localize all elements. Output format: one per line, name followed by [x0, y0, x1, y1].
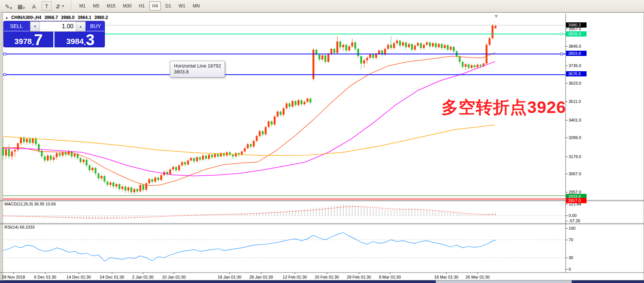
- text-label-tool[interactable]: A: [29, 1, 39, 10]
- price-tick-label: 3511.0: [569, 99, 595, 104]
- text-label-icon: A: [32, 4, 36, 10]
- price-tick-label: 3401.0: [569, 118, 595, 122]
- indicator-tick-mark: [566, 269, 568, 270]
- object-tooltip: Horizontal Line 18792 3803.8: [170, 61, 225, 78]
- price-tick-mark: [566, 174, 568, 174]
- arrows-icon: ⇵: [56, 4, 60, 10]
- pencil-icon-sub: E: [10, 6, 12, 10]
- text-box-icon: T: [45, 3, 48, 9]
- time-label: 2 Jan 01:30: [132, 275, 154, 279]
- volume-decrease-button[interactable]: ▼: [30, 22, 40, 31]
- time-label: 26 Mar 01:30: [466, 275, 490, 279]
- grid-icon: ▦: [18, 4, 23, 10]
- macd-axis-label: -57.26: [569, 218, 595, 223]
- price-badge-3926-0: 3926.0: [566, 31, 587, 37]
- price-tick-label: 3623.0: [569, 81, 595, 85]
- timeframe-row: M1M5M15M30H1H4D1W1MN: [76, 1, 204, 10]
- timeframe-m1[interactable]: M1: [76, 1, 89, 10]
- time-tick-mark: [295, 273, 295, 274]
- time-tick-mark: [143, 273, 143, 274]
- sell-button[interactable]: SELL: [4, 21, 29, 31]
- price-badge-3980-2: 3980.2: [566, 22, 587, 28]
- indicator-tick-mark: [566, 240, 568, 240]
- tooltip-title: Horizontal Line 18792: [174, 63, 221, 69]
- one-click-trade-panel: SELL ▼ ▲ BUY 3978.7 3984.3: [3, 21, 105, 47]
- time-tick-mark: [261, 273, 262, 274]
- buy-price-frac: 3: [86, 33, 94, 47]
- ohlc-high: 3986.0: [61, 15, 75, 20]
- buy-button[interactable]: BUY: [87, 21, 104, 31]
- time-tick-mark: [45, 273, 46, 274]
- volume-stepper: ▼ ▲: [30, 21, 86, 32]
- price-badge-3676-5: 3676.5: [566, 71, 587, 76]
- volume-increase-button[interactable]: ▲: [76, 22, 85, 31]
- price-tick-mark: [566, 157, 568, 157]
- ohlc-low: 3964.1: [78, 15, 91, 20]
- rsi-axis-label: 0: [569, 267, 595, 271]
- ohlc-open: 3966.7: [44, 15, 58, 20]
- price-tick-label: 3289.0: [569, 135, 595, 140]
- chart-symbol-title: CHINA300-,H4: [11, 15, 41, 20]
- chart-window: [0, 12, 644, 280]
- price-badge-2917-0: 2917.0: [566, 198, 587, 203]
- time-tick-mark: [390, 273, 390, 274]
- price-tick-mark: [566, 66, 568, 66]
- rsi-axis-label: 70: [569, 238, 595, 242]
- price-tick-mark: [566, 46, 568, 47]
- timeframe-w1[interactable]: W1: [176, 1, 188, 10]
- price-badge-3803-8: 3803.8: [566, 51, 587, 56]
- price-tick-mark: [566, 83, 568, 84]
- timeframe-h1[interactable]: H1: [136, 1, 148, 10]
- time-tick-mark: [359, 273, 359, 274]
- chart-title-row: ▲ CHINA300-,H4 3966.73986.03964.13980.2: [5, 15, 108, 20]
- indicator-tick-mark: [566, 228, 568, 229]
- time-label: 6 Dec 01:30: [34, 275, 56, 279]
- rsi-axis-label: 30: [569, 255, 595, 260]
- time-label: 18 Jan 01:30: [218, 275, 241, 279]
- timeframe-m15[interactable]: M15: [104, 1, 118, 10]
- price-tick-label: 3067.0: [569, 172, 595, 176]
- time-label: 24 Dec 01:30: [100, 275, 124, 279]
- buy-price-main: 3984: [66, 36, 84, 47]
- time-tick-mark: [446, 273, 447, 274]
- timeframe-h4[interactable]: H4: [149, 1, 161, 10]
- indicator-tick-mark: [566, 216, 568, 216]
- text-box-tool[interactable]: T: [42, 1, 51, 10]
- bottom-status-strip-light: [436, 280, 572, 283]
- toolbar: ✎ E ▦ F A T ⇵ ▼ M1M5M15M30H1H4D1W1MN: [0, 0, 644, 12]
- sell-price[interactable]: 3978.7: [4, 32, 54, 48]
- collapse-arrow-icon[interactable]: ▲: [5, 16, 8, 19]
- time-label: 20 Feb 01:30: [315, 275, 339, 279]
- time-tick-mark: [478, 273, 478, 274]
- rsi-axis-label: 100: [569, 226, 595, 230]
- time-tick-mark: [112, 273, 112, 274]
- time-tick-mark: [229, 273, 230, 274]
- chart-text-annotation: 多空转折点3926: [441, 96, 566, 119]
- price-tick-mark: [566, 138, 568, 138]
- sell-price-main: 3978: [15, 36, 32, 47]
- price-tick-label: 3845.0: [569, 44, 595, 48]
- grid-tool-icon[interactable]: ▦ F: [16, 1, 26, 10]
- time-label: 8 Mar 01:30: [379, 275, 401, 279]
- volume-input[interactable]: [40, 22, 76, 31]
- time-tick-mark: [13, 273, 14, 274]
- time-tick-mark: [79, 273, 79, 274]
- time-label: 28 Nov 2018: [2, 275, 25, 279]
- buy-price[interactable]: 3984.3: [56, 32, 105, 48]
- time-tick-mark: [327, 273, 327, 274]
- ohlc-close: 3980.2: [94, 15, 108, 20]
- time-label: 28 Feb 01:30: [347, 275, 371, 279]
- timeframe-m5[interactable]: M5: [90, 1, 102, 10]
- chevron-down-icon[interactable]: ▼: [62, 4, 65, 8]
- draw-tool-icon[interactable]: ✎ E: [4, 1, 13, 10]
- indicator-tick-mark: [566, 221, 568, 221]
- price-tick-mark: [566, 120, 568, 120]
- time-label: 10 Jan 01:30: [162, 275, 186, 279]
- timeframe-mn[interactable]: MN: [190, 1, 203, 10]
- timeframe-d1[interactable]: D1: [162, 1, 174, 10]
- time-label: 28 Jan 01:30: [249, 275, 273, 279]
- timeframe-m30[interactable]: M30: [120, 1, 134, 10]
- sell-price-frac: 7: [34, 33, 43, 47]
- indicator-tick-mark: [566, 204, 568, 204]
- arrows-tool[interactable]: ⇵ ▼: [54, 1, 66, 10]
